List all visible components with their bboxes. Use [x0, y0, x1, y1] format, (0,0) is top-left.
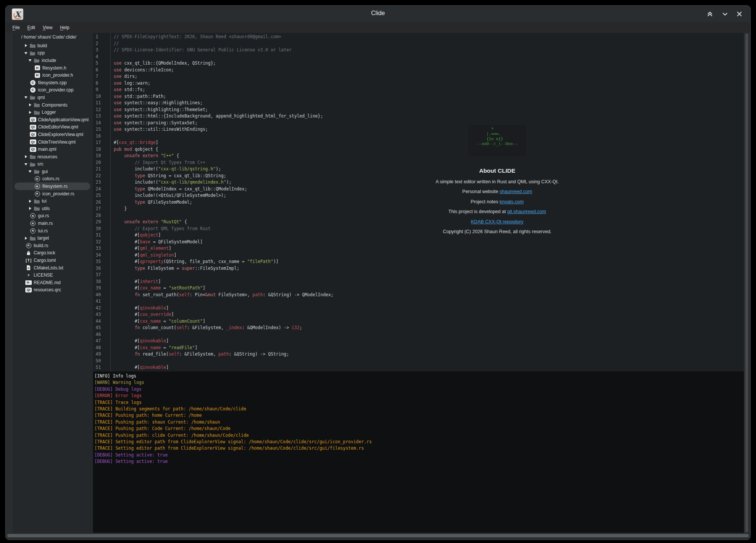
menu-help[interactable]: Help — [56, 24, 73, 31]
code-line-44[interactable]: 44 #[cxx_name = "columnCount"] — [93, 318, 744, 325]
code-line-48[interactable]: 48 #[cxx_name = "readFile"] — [93, 345, 744, 351]
chevron-right-icon[interactable] — [28, 207, 32, 210]
code-line-37[interactable]: 37 — [93, 272, 744, 278]
tree-item-main-qml[interactable]: Qtmain.qml — [14, 145, 90, 153]
code-line-41[interactable]: 41 — [93, 298, 744, 305]
chevron-down-icon[interactable] — [28, 59, 32, 62]
tree-item-icon-provider-rs[interactable]: Ricon_provider.rs — [14, 190, 90, 198]
tree-item-clideapplicationview-qml[interactable]: QtClideApplicationView.qml — [14, 116, 90, 124]
code-line-4[interactable]: 4 — [93, 54, 744, 60]
document-icon — [25, 265, 32, 270]
chevron-right-icon[interactable] — [28, 111, 32, 114]
code-line-46[interactable]: 46 — [93, 331, 744, 338]
code-line-11[interactable]: 11use syntect::easy::HighlightLines; — [93, 100, 744, 107]
tree-item-resources[interactable]: resources — [14, 153, 90, 161]
tree-item-license[interactable]: ✶LICENSE — [14, 271, 90, 279]
chevron-right-icon[interactable] — [28, 200, 32, 203]
horizontal-scrollbar-thumb[interactable] — [7, 534, 749, 537]
tree-item-build-rs[interactable]: Rbuild.rs — [14, 242, 90, 249]
code-line-40[interactable]: 40 fn set_root_path(self: Pin<&mut FileS… — [93, 292, 744, 299]
log-line: [TRACE] Trace logs — [94, 399, 744, 406]
code-line-12[interactable]: 12use syntect::highlighting::ThemeSet; — [93, 107, 744, 113]
code-line-42[interactable]: 42 #[qinvokable] — [93, 305, 744, 312]
code-line-10[interactable]: 10use std::path::Path; — [93, 93, 744, 100]
vertical-scrollbar-thumb[interactable] — [745, 34, 748, 532]
line-content: // Export QML Types from Rust — [108, 226, 210, 232]
tree-item-tui-rs[interactable]: Rtui.rs — [14, 227, 90, 235]
link-git-shaunreed-com[interactable]: git.shaunreed.com — [507, 209, 546, 214]
code-line-9[interactable]: 9use std::fs; — [93, 87, 744, 93]
code-line-51[interactable]: 51 #[qinvokable] — [93, 364, 744, 371]
chevron-down-icon[interactable] — [23, 96, 28, 99]
tree-item-clidetreeview-qml[interactable]: QtClideTreeView.qml — [14, 138, 90, 146]
menu-view[interactable]: View — [39, 24, 56, 31]
tree-root-path[interactable]: / home/ shaun/ Code/ clide/ — [13, 33, 93, 41]
code-line-5[interactable]: 5use cxx_qt_lib::{QModelIndex, QString}; — [93, 60, 744, 67]
code-line-35[interactable]: 35 #[qproperty(QString, file_path, cxx_n… — [93, 258, 744, 265]
shade-button[interactable] — [706, 10, 714, 18]
line-content: type FileSystem = super::FileSystemImpl; — [108, 265, 239, 272]
tree-item-readme-md[interactable]: M↓README.md — [14, 279, 90, 286]
menu-file[interactable]: File — [9, 24, 23, 31]
tree-item-colors-rs[interactable]: Rcolors.rs — [14, 175, 90, 183]
tree-item-qml[interactable]: qml — [14, 94, 90, 101]
tree-item-clideexplorerview-qml[interactable]: QtClideExplorerView.qml — [14, 131, 90, 138]
chevron-down-icon[interactable] — [23, 162, 28, 166]
tree-item-resources-qrc[interactable]: Qtresources.qrc — [14, 286, 90, 294]
code-line-6[interactable]: 6use devicons::FileIcon; — [93, 67, 744, 74]
link-shaunreed-com[interactable]: shaunreed.com — [499, 189, 532, 194]
tree-item-gui-rs[interactable]: Rgui.rs — [14, 212, 90, 220]
tree-item-gui[interactable]: gui — [14, 168, 90, 175]
link-kdab-cxx-qt-repository[interactable]: KDAB CXX-Qt repository — [471, 219, 524, 224]
tree-item-filesystem-rs[interactable]: Rfilesystem.rs — [14, 183, 90, 190]
code-line-8[interactable]: 8use log::warn; — [93, 80, 744, 87]
menu-edit[interactable]: Edit — [23, 24, 39, 31]
tree-item-build[interactable]: build — [14, 42, 90, 50]
link-knoats-com[interactable]: knoats.com — [499, 199, 524, 204]
minimize-button[interactable] — [721, 10, 729, 18]
code-editor[interactable]: 1// SPDX-FileCopyrightText: 2026, Shaun … — [93, 33, 744, 371]
tree-item-utils[interactable]: utils — [14, 205, 90, 212]
code-line-38[interactable]: 38 #[inherit] — [93, 278, 744, 285]
tree-item-target[interactable]: target — [14, 234, 90, 242]
code-line-3[interactable]: 3// SPDX-License-Identifier: GNU General… — [93, 47, 744, 54]
tree-item-cpp[interactable]: cpp — [14, 50, 90, 57]
tree-item-logger[interactable]: Logger — [14, 108, 90, 116]
chevron-down-icon[interactable] — [23, 51, 28, 55]
tree-item-cargo-lock[interactable]: Cargo.lock — [14, 249, 90, 257]
code-line-50[interactable]: 50 — [93, 358, 744, 365]
tree-item-include[interactable]: include — [14, 57, 90, 64]
tree-item-main-rs[interactable]: Rmain.rs — [14, 220, 90, 227]
chevron-right-icon[interactable] — [28, 103, 32, 107]
tree-item-clideeditorview-qml[interactable]: QtClideEditorView.qml — [14, 124, 90, 131]
code-line-47[interactable]: 47 #[qinvokable] — [93, 338, 744, 345]
chevron-right-icon[interactable] — [23, 155, 28, 158]
tree-item-src[interactable]: src — [14, 161, 90, 168]
code-line-45[interactable]: 45 fn column_count(self: &FileSystem, _i… — [93, 325, 744, 331]
code-line-34[interactable]: 34 #[qml_singleton] — [93, 252, 744, 259]
code-line-33[interactable]: 33 #[qml_element] — [93, 245, 744, 252]
close-button[interactable] — [735, 10, 744, 18]
code-line-32[interactable]: 32 #[base = QFileSystemModel] — [93, 239, 744, 246]
tree-item-cmakelists-txt[interactable]: CMakeLists.txt — [14, 264, 90, 272]
tree-item-icon-provider-cpp[interactable]: Cicon_provider.cpp — [14, 87, 90, 94]
code-line-39[interactable]: 39 #[cxx_name = "setRootPath"] — [93, 285, 744, 292]
chevron-right-icon[interactable] — [23, 44, 28, 47]
code-line-36[interactable]: 36 type FileSystem = super::FileSystemIm… — [93, 265, 744, 272]
tree-item-filesystem-h[interactable]: Hfilesystem.h — [14, 64, 90, 72]
tree-item-filesystem-cpp[interactable]: Cfilesystem.cpp — [14, 79, 90, 87]
chevron-down-icon[interactable] — [28, 170, 32, 173]
code-line-2[interactable]: 2// — [93, 40, 744, 47]
tree-item-cargo-toml[interactable]: [T]Cargo.toml — [14, 257, 90, 264]
horizontal-scrollbar[interactable] — [7, 534, 749, 537]
tree-item-tui[interactable]: tui — [14, 197, 90, 205]
code-line-13[interactable]: 13use syntect::html::{IncludeBackground,… — [93, 113, 744, 120]
tree-item-icon-provider-h[interactable]: Hicon_provider.h — [14, 71, 90, 79]
tree-item-components[interactable]: Components — [14, 101, 90, 109]
code-line-7[interactable]: 7use dirs; — [93, 73, 744, 80]
vertical-scrollbar[interactable] — [744, 33, 750, 533]
code-line-1[interactable]: 1// SPDX-FileCopyrightText: 2026, Shaun … — [93, 34, 744, 40]
code-line-49[interactable]: 49 fn read_file(self: &FileSystem, path:… — [93, 351, 744, 358]
code-line-43[interactable]: 43 #[cxx_override] — [93, 311, 744, 318]
chevron-right-icon[interactable] — [23, 237, 28, 240]
